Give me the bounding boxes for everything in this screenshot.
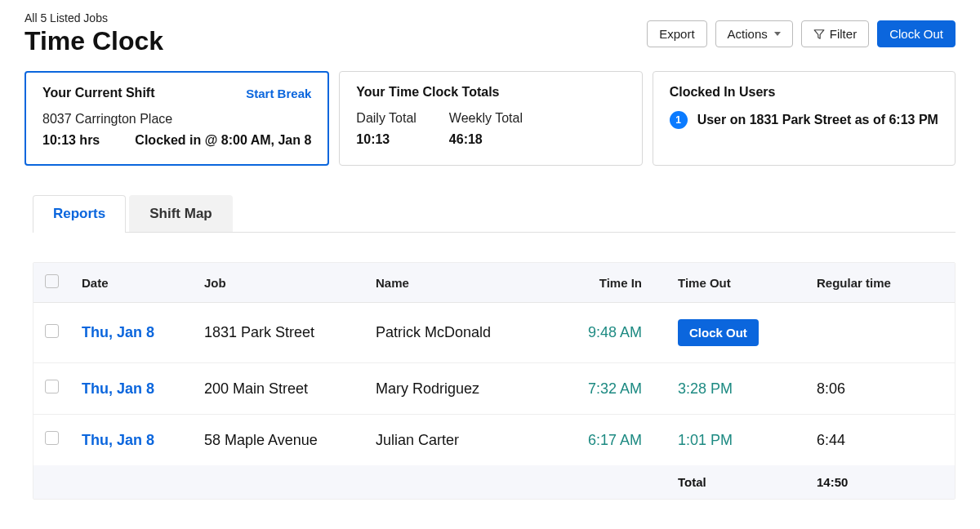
- current-shift-card: Your Current Shift Start Break 8037 Carr…: [24, 71, 329, 166]
- row-name: Julian Carter: [364, 415, 560, 466]
- row-time-in[interactable]: 6:17 AM: [588, 432, 642, 448]
- shift-hours: 10:13 hrs: [42, 133, 100, 148]
- row-job: 1831 Park Street: [193, 303, 364, 363]
- row-date[interactable]: Thu, Jan 8: [82, 432, 154, 448]
- totals-title: Your Time Clock Totals: [356, 85, 499, 100]
- row-time-out[interactable]: 3:28 PM: [678, 380, 733, 397]
- user-count-badge: 1: [670, 111, 688, 129]
- col-regular-time[interactable]: Regular time: [805, 263, 955, 303]
- row-regular: [805, 303, 955, 363]
- row-date[interactable]: Thu, Jan 8: [82, 324, 154, 340]
- footer-total-value: 14:50: [805, 465, 955, 499]
- toolbar: Export Actions Filter Clock Out: [647, 20, 956, 47]
- table-row: Thu, Jan 8 200 Main Street Mary Rodrigue…: [33, 363, 955, 415]
- actions-label: Actions: [728, 27, 768, 41]
- col-time-out[interactable]: Time Out: [666, 263, 805, 303]
- footer-total-label: Total: [666, 465, 805, 499]
- clocked-in-users-card: Clocked In Users 1 User on 1831 Park Str…: [653, 71, 956, 166]
- svg-marker-0: [814, 29, 824, 38]
- clocked-in-users-title: Clocked In Users: [670, 85, 776, 100]
- select-all-checkbox[interactable]: [45, 274, 59, 288]
- daily-total-value: 10:13: [356, 132, 416, 147]
- start-break-link[interactable]: Start Break: [246, 87, 311, 100]
- weekly-total-label: Weekly Total: [449, 111, 523, 126]
- filter-button[interactable]: Filter: [801, 20, 869, 47]
- tab-shift-map[interactable]: Shift Map: [129, 195, 233, 232]
- col-date[interactable]: Date: [70, 263, 193, 303]
- row-job: 58 Maple Avenue: [193, 415, 364, 466]
- tab-reports[interactable]: Reports: [33, 195, 126, 232]
- shift-clocked-in: Clocked in @ 8:00 AM, Jan 8: [135, 133, 311, 148]
- row-name: Patrick McDonald: [364, 303, 560, 363]
- table-row: Thu, Jan 8 58 Maple Avenue Julian Carter…: [33, 415, 955, 466]
- chevron-down-icon: [774, 32, 781, 36]
- totals-card: Your Time Clock Totals Daily Total 10:13…: [339, 71, 642, 166]
- breadcrumb[interactable]: All 5 Listed Jobs: [24, 11, 163, 24]
- page-title: Time Clock: [24, 26, 163, 56]
- row-job: 200 Main Street: [193, 363, 364, 415]
- row-date[interactable]: Thu, Jan 8: [82, 380, 154, 397]
- weekly-total-value: 46:18: [449, 132, 523, 147]
- export-button[interactable]: Export: [647, 20, 706, 47]
- clocked-in-user-text: User on 1831 Park Street as of 6:13 PM: [697, 113, 938, 127]
- col-job[interactable]: Job: [193, 263, 364, 303]
- col-name[interactable]: Name: [364, 263, 560, 303]
- current-shift-title: Your Current Shift: [42, 86, 154, 100]
- row-name: Mary Rodriguez: [364, 363, 560, 415]
- row-clock-out-button[interactable]: Clock Out: [678, 319, 759, 346]
- table-row: Thu, Jan 8 1831 Park Street Patrick McDo…: [33, 303, 955, 363]
- shift-location: 8037 Carrington Place: [42, 112, 311, 127]
- row-checkbox[interactable]: [45, 431, 59, 445]
- filter-label: Filter: [830, 27, 857, 41]
- row-time-in[interactable]: 7:32 AM: [588, 380, 642, 397]
- row-regular: 6:44: [805, 415, 955, 466]
- row-time-in[interactable]: 9:48 AM: [588, 324, 642, 340]
- shifts-table: Date Job Name Time In Time Out Regular t…: [33, 262, 956, 500]
- actions-button[interactable]: Actions: [715, 20, 793, 47]
- clock-out-button[interactable]: Clock Out: [877, 20, 956, 47]
- filter-icon: [813, 29, 825, 40]
- daily-total-label: Daily Total: [356, 111, 416, 126]
- col-time-in[interactable]: Time In: [560, 263, 666, 303]
- row-checkbox[interactable]: [45, 380, 59, 393]
- row-time-out[interactable]: 1:01 PM: [678, 432, 733, 448]
- row-checkbox[interactable]: [45, 324, 59, 338]
- row-regular: 8:06: [805, 363, 955, 415]
- tabs: Reports Shift Map: [33, 195, 956, 233]
